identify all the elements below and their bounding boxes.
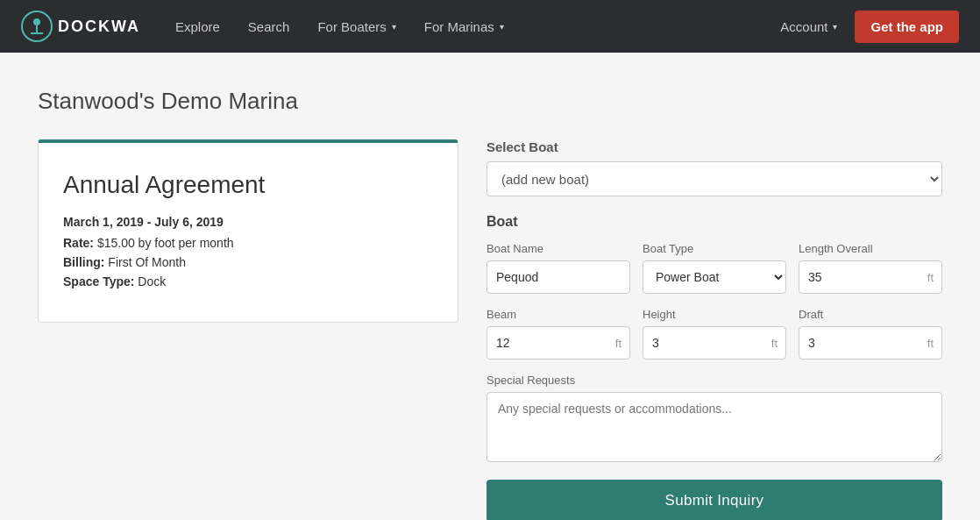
height-unit: ft — [771, 337, 778, 350]
nav-for-marinas[interactable]: For Marinas ▾ — [414, 12, 515, 41]
for-marinas-chevron-icon: ▾ — [500, 22, 504, 32]
boat-section-title: Boat — [486, 214, 942, 230]
navbar: DOCKWA Explore Search For Boaters ▾ For … — [0, 0, 980, 53]
special-requests-label: Special Requests — [486, 374, 942, 387]
boat-type-label: Boat Type — [643, 242, 786, 255]
submit-inquiry-button[interactable]: Submit Inquiry — [486, 480, 942, 520]
length-unit: ft — [927, 271, 934, 284]
height-input[interactable] — [643, 326, 786, 360]
logo-text: DOCKWA — [58, 18, 140, 36]
draft-unit: ft — [927, 337, 934, 350]
length-overall-label: Length Overall — [799, 242, 942, 255]
agreement-space-type: Space Type: Dock — [63, 274, 433, 288]
svg-point-1 — [33, 18, 40, 25]
account-chevron-icon: ▾ — [833, 22, 837, 32]
draft-label: Draft — [799, 308, 942, 321]
for-boaters-chevron-icon: ▾ — [392, 22, 396, 32]
height-field: Height ft — [643, 308, 786, 360]
agreement-title: Annual Agreement — [63, 171, 433, 199]
draft-field: Draft ft — [799, 308, 942, 360]
draft-input[interactable] — [799, 326, 942, 360]
agreement-billing: Billing: First Of Month — [63, 255, 433, 269]
beam-label: Beam — [486, 308, 630, 321]
logo-icon — [21, 11, 53, 42]
logo[interactable]: DOCKWA — [21, 11, 140, 42]
boat-type-select[interactable]: Power Boat Sail Boat Other — [643, 260, 786, 294]
main-content: Stanwood's Demo Marina Annual Agreement … — [17, 53, 963, 520]
nav-account[interactable]: Account ▾ — [770, 12, 848, 41]
beam-unit: ft — [615, 337, 621, 350]
boat-details-row-1: Boat Name Boat Type Power Boat Sail Boat… — [486, 242, 942, 294]
beam-input[interactable] — [486, 326, 630, 360]
get-app-button[interactable]: Get the app — [855, 11, 959, 43]
nav-search[interactable]: Search — [238, 12, 301, 41]
special-requests-textarea[interactable] — [486, 392, 942, 462]
height-label: Height — [643, 308, 786, 321]
boat-name-field: Boat Name — [486, 242, 630, 294]
length-overall-input[interactable] — [799, 260, 942, 294]
boat-name-label: Boat Name — [486, 242, 630, 255]
agreement-dates: March 1, 2019 - July 6, 2019 — [63, 215, 433, 229]
boat-type-field: Boat Type Power Boat Sail Boat Other — [643, 242, 786, 294]
nav-for-boaters[interactable]: For Boaters ▾ — [307, 12, 406, 41]
agreement-rate: Rate: $15.00 by foot per month — [63, 236, 433, 250]
length-overall-field: Length Overall ft — [799, 242, 942, 294]
booking-form: Select Boat (add new boat) Boat Boat Nam… — [486, 139, 942, 520]
page-title: Stanwood's Demo Marina — [38, 88, 942, 115]
nav-explore[interactable]: Explore — [165, 12, 231, 41]
two-column-layout: Annual Agreement March 1, 2019 - July 6,… — [38, 139, 942, 520]
beam-field: Beam ft — [486, 308, 630, 360]
select-boat-dropdown[interactable]: (add new boat) — [486, 161, 942, 196]
select-boat-label: Select Boat — [486, 139, 942, 154]
special-requests-section: Special Requests — [486, 374, 942, 480]
agreement-card: Annual Agreement March 1, 2019 - July 6,… — [38, 139, 458, 323]
boat-name-input[interactable] — [486, 260, 630, 294]
boat-details-row-2: Beam ft Height ft Draft — [486, 308, 942, 360]
